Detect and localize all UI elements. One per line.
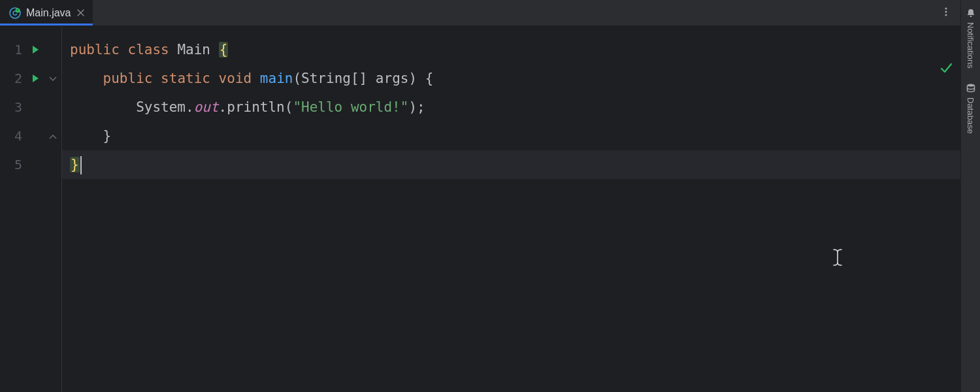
right-tool-rail: Notifications Database — [960, 0, 980, 392]
database-tool-button[interactable]: Database — [966, 78, 976, 139]
analysis-ok-icon[interactable] — [939, 61, 953, 78]
gutter: 1 2 3 4 5 — [0, 26, 61, 392]
close-icon[interactable] — [76, 8, 85, 18]
rail-label: Database — [966, 97, 975, 134]
code-line[interactable]: System.out.println("Hello world!"); — [62, 93, 960, 122]
line-number: 3 — [0, 93, 22, 122]
mouse-cursor-ibeam — [832, 248, 843, 270]
java-class-icon — [9, 7, 21, 19]
code-text-area[interactable]: public class Main { public static void m… — [61, 26, 960, 392]
text-cursor — [80, 156, 82, 174]
code-line[interactable]: } — [62, 122, 960, 150]
line-number: 1 — [0, 35, 22, 64]
svg-point-3 — [945, 10, 947, 12]
database-icon — [966, 83, 976, 93]
rail-label: Notifications — [966, 22, 975, 69]
line-number: 4 — [0, 122, 22, 150]
brace-highlight: { — [219, 42, 229, 57]
tab-main-java[interactable]: Main.java — [0, 0, 93, 25]
line-number: 5 — [0, 150, 22, 179]
svg-rect-5 — [970, 16, 972, 17]
code-line[interactable]: public class Main { — [62, 35, 960, 64]
fold-start-icon[interactable] — [48, 74, 57, 84]
code-line[interactable]: public static void main(String[] args) { — [62, 64, 960, 93]
run-icon[interactable] — [31, 42, 40, 57]
line-number-column: 1 2 3 4 5 — [0, 35, 26, 392]
tab-label: Main.java — [26, 7, 71, 19]
fold-end-icon[interactable] — [48, 132, 57, 141]
tabbar: Main.java — [0, 0, 960, 26]
run-gutter-column — [26, 35, 44, 392]
more-icon[interactable] — [938, 4, 954, 22]
fold-column — [44, 35, 61, 392]
code-line-current[interactable]: } — [62, 150, 960, 179]
svg-point-6 — [967, 84, 974, 86]
line-number: 2 — [0, 64, 22, 93]
svg-point-4 — [945, 14, 947, 16]
run-icon[interactable] — [31, 71, 40, 86]
brace-highlight: } — [70, 157, 80, 172]
notifications-tool-button[interactable]: Notifications — [966, 3, 976, 74]
code-editor[interactable]: 1 2 3 4 5 — [0, 26, 960, 392]
svg-point-2 — [945, 7, 947, 9]
bell-icon — [966, 8, 976, 18]
